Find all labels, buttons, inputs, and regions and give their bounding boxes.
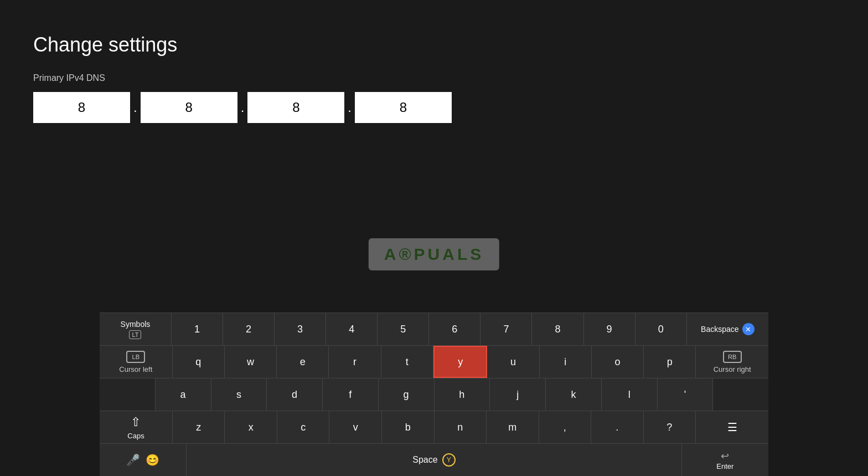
- caps-icon: ⇧: [131, 415, 141, 429]
- key-m[interactable]: m: [487, 411, 539, 443]
- enter-bottom-label: Enter: [716, 462, 733, 470]
- key-9[interactable]: 9: [584, 313, 636, 345]
- key-cursor-left[interactable]: LB Cursor left: [100, 346, 173, 378]
- key-4[interactable]: 4: [326, 313, 378, 345]
- key-t[interactable]: t: [381, 346, 433, 378]
- key-z[interactable]: z: [173, 411, 225, 443]
- mic-icon: 🎤: [126, 453, 140, 467]
- symbols-label: Symbols: [121, 320, 151, 329]
- rb-badge: RB: [723, 351, 742, 363]
- dns-dot-1: .: [133, 100, 137, 115]
- y-badge: Y: [442, 453, 456, 467]
- key-backspace[interactable]: Backspace ✕: [687, 313, 768, 345]
- key-8[interactable]: 8: [532, 313, 583, 345]
- key-enter[interactable]: ☰: [696, 411, 768, 443]
- key-l[interactable]: l: [602, 378, 658, 411]
- key-caps[interactable]: ⇧ Caps: [100, 411, 173, 443]
- backspace-label: Backspace: [701, 325, 738, 334]
- dns-label: Primary IPv4 DNS: [33, 73, 835, 83]
- cursor-left-label: Cursor left: [119, 365, 152, 373]
- key-comma[interactable]: ,: [539, 411, 592, 443]
- key-c[interactable]: c: [277, 411, 330, 443]
- key-y[interactable]: y: [433, 346, 487, 378]
- lt-badge: LT: [129, 330, 141, 339]
- key-question[interactable]: ?: [644, 411, 696, 443]
- key-x[interactable]: x: [225, 411, 277, 443]
- key-enter-bottom[interactable]: ↩ Enter: [682, 444, 768, 476]
- page-title: Change settings: [33, 33, 835, 57]
- key-apostrophe[interactable]: ': [658, 378, 714, 411]
- key-symbols[interactable]: Symbols LT: [100, 313, 172, 345]
- space-label: Space: [412, 455, 437, 465]
- key-6[interactable]: 6: [429, 313, 480, 345]
- key-space[interactable]: Space Y: [187, 444, 681, 476]
- key-mic-emoji[interactable]: 🎤 😊: [100, 444, 187, 476]
- caps-label: Caps: [127, 432, 144, 440]
- dns-octet-4[interactable]: [355, 92, 452, 123]
- dns-octet-3[interactable]: [247, 92, 344, 123]
- key-e[interactable]: e: [277, 346, 329, 378]
- dns-dot-3: .: [348, 100, 352, 115]
- key-7[interactable]: 7: [480, 313, 532, 345]
- keyboard-row-bottom: 🎤 😊 Space Y ↩ Enter: [100, 444, 768, 476]
- key-w[interactable]: w: [225, 346, 277, 378]
- key-f[interactable]: f: [323, 378, 379, 411]
- lb-badge: LB: [126, 351, 145, 363]
- dns-octet-1[interactable]: [33, 92, 130, 123]
- keyboard-row-qwerty: LB Cursor left q w e r t y u i o p RB Cu…: [100, 346, 768, 378]
- key-cursor-right[interactable]: RB Cursor right: [696, 346, 768, 378]
- key-empty-right: [713, 378, 768, 411]
- key-2[interactable]: 2: [223, 313, 275, 345]
- emoji-icon: 😊: [146, 453, 159, 467]
- key-g[interactable]: g: [379, 378, 435, 411]
- keyboard-container: Symbols LT 1 2 3 4 5 6 7 8 9 0 Backspace…: [100, 313, 768, 476]
- key-s[interactable]: s: [211, 378, 267, 411]
- backspace-x-badge: ✕: [742, 323, 755, 335]
- top-section: Change settings Primary IPv4 DNS . . .: [0, 0, 868, 145]
- cursor-right-label: Cursor right: [714, 365, 751, 373]
- key-5[interactable]: 5: [378, 313, 429, 345]
- keyboard-row-zxcv: ⇧ Caps z x c v b n m , . ? ☰: [100, 411, 768, 444]
- dns-inputs: . . .: [33, 92, 835, 123]
- dns-octet-2[interactable]: [141, 92, 237, 123]
- enter-bottom-icon: ↩: [721, 450, 729, 462]
- keyboard-row-asdf: a s d f g h j k l ': [100, 378, 768, 411]
- key-3[interactable]: 3: [275, 313, 326, 345]
- key-o[interactable]: o: [592, 346, 644, 378]
- key-1[interactable]: 1: [172, 313, 223, 345]
- dns-dot-2: .: [241, 100, 245, 115]
- key-q[interactable]: q: [173, 346, 225, 378]
- key-r[interactable]: r: [329, 346, 381, 378]
- key-period[interactable]: .: [591, 411, 644, 443]
- key-b[interactable]: b: [382, 411, 435, 443]
- keyboard-row-numbers: Symbols LT 1 2 3 4 5 6 7 8 9 0 Backspace…: [100, 313, 768, 346]
- key-i[interactable]: i: [540, 346, 592, 378]
- key-a[interactable]: a: [156, 378, 211, 411]
- key-h[interactable]: h: [435, 378, 490, 411]
- key-v[interactable]: v: [329, 411, 382, 443]
- key-n[interactable]: n: [435, 411, 487, 443]
- watermark-text: A®PUALS: [384, 245, 484, 263]
- key-k[interactable]: k: [546, 378, 602, 411]
- watermark: A®PUALS: [369, 238, 499, 270]
- key-empty-left: [100, 378, 156, 411]
- key-j[interactable]: j: [490, 378, 546, 411]
- key-d[interactable]: d: [267, 378, 323, 411]
- enter-icon: ☰: [727, 421, 737, 434]
- key-p[interactable]: p: [644, 346, 696, 378]
- key-0[interactable]: 0: [636, 313, 687, 345]
- key-u[interactable]: u: [487, 346, 539, 378]
